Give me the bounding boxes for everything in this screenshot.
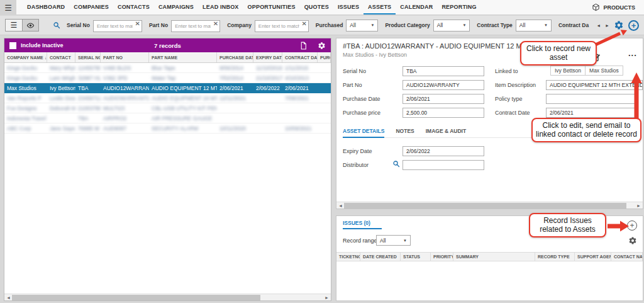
column-header[interactable]: CONTRACT DATE (282, 52, 318, 62)
distributor-field[interactable] (402, 160, 484, 170)
column-header[interactable]: PRIORITY (431, 253, 453, 261)
scroll-left-icon[interactable]: ◄ (596, 23, 601, 28)
column-header[interactable]: DATE CREATED (360, 253, 401, 261)
scroll-right-icon[interactable]: ► (636, 203, 641, 209)
nav-item-reporting[interactable]: REPORTING (437, 0, 480, 14)
column-header[interactable]: TICKETNO (336, 253, 360, 261)
nav-item-lead-inbox[interactable]: LEAD INBOX (198, 0, 243, 14)
row-cell: Van Reports P (4, 93, 47, 103)
tab-image-audit[interactable]: IMAGE & AUDIT (426, 128, 466, 138)
nav-menu: DASHBOARD COMPANIES CONTACTS CAMPAIGNS L… (23, 0, 481, 14)
export-page-icon[interactable] (299, 42, 308, 50)
part-no-field[interactable]: AUDIO12WARRANTY (402, 80, 484, 90)
row-cell: ABC Corp (4, 123, 47, 133)
table-row[interactable]: Indonesia Travel P TBA AIRPRO2 AIR PRESS… (4, 113, 331, 123)
row-cell: AUDIO EQUIPMENT 24 MTH (149, 93, 217, 103)
nav-item-assets[interactable]: ASSETS (364, 0, 396, 14)
column-header[interactable]: PART NAME (149, 52, 217, 62)
purchased-select[interactable]: All ▼ (346, 20, 378, 31)
table-row[interactable]: Kings Gecko Mary Whyte 12455790 V460 BLD… (4, 63, 331, 73)
asset-subtitle: Max Studios - Ivy Bettson (343, 52, 407, 58)
nav-item-contacts[interactable]: CONTACTS (113, 0, 154, 14)
contract-date-field[interactable]: 2/06/2021 (546, 108, 638, 118)
hamburger-menu-icon[interactable]: ☰ (0, 0, 16, 15)
products-button[interactable]: PRODUCTS (592, 0, 644, 14)
row-cell: 23456712 (75, 93, 101, 103)
company-filter: ✕ (255, 19, 309, 32)
part-no-label: Part No (343, 82, 362, 88)
purchase-price-field[interactable]: 2,500.00 (402, 108, 484, 118)
column-header[interactable]: COMPANY NAME ↓ (4, 52, 47, 62)
linked-company-chip[interactable]: Max Studios (585, 66, 623, 76)
row-cell: 7/08/2021 (282, 93, 318, 103)
expiry-date-field[interactable]: 2/06/2022 (402, 146, 484, 156)
clear-icon[interactable]: ✕ (213, 21, 218, 27)
row-cell (318, 103, 331, 113)
clear-icon[interactable]: ✕ (301, 21, 306, 27)
record-range-select[interactable]: All ▼ (376, 235, 411, 246)
row-cell: Indonesia Travel P (4, 113, 47, 123)
column-header[interactable]: PURCHASE DATE (217, 52, 253, 62)
column-header[interactable]: RECORD TYPE (535, 253, 575, 261)
table-row[interactable]: Fox Designs Deborah M 21003788 MULTI23 C… (4, 103, 331, 113)
column-header[interactable]: STATUS (401, 253, 431, 261)
linked-contact-chip[interactable]: Ivy Bettson (550, 66, 586, 76)
table-row[interactable]: Kings Gecko Lars Wright 32987 HL V362 3P… (4, 73, 331, 83)
horizontal-scrollbar[interactable]: ◄ ► (4, 294, 331, 300)
serial-no-filter-label: Serial No (67, 22, 90, 28)
row-cell (253, 103, 282, 113)
table-row[interactable]: ABC Corp Jane Sayers 76885 W AUD9087 SEC… (4, 123, 331, 134)
product-category-select[interactable]: All ▼ (433, 20, 470, 31)
nav-item-companies[interactable]: COMPANIES (69, 0, 113, 14)
column-header[interactable]: SUMMARY (453, 253, 535, 261)
nav-item-opportunities[interactable]: OPPORTUNITIES (243, 0, 300, 14)
purchase-date-field[interactable]: 2/06/2021 (402, 94, 484, 104)
item-description-field[interactable]: AUDIO EQUIPMENT 12 MTH EXTEND (546, 80, 643, 90)
column-header[interactable]: PURC (318, 52, 331, 62)
list-view-button[interactable]: ☰ (6, 20, 22, 31)
row-cell: AUD9087 (101, 123, 149, 133)
preview-view-button[interactable] (22, 20, 38, 31)
search-icon[interactable] (53, 20, 60, 30)
search-icon[interactable] (392, 160, 400, 168)
scroll-left-icon[interactable]: ◄ (6, 295, 11, 300)
row-cell: 11/10/2016 (253, 63, 282, 72)
row-cell (253, 123, 282, 133)
add-asset-button[interactable]: + (628, 20, 639, 31)
nav-item-quotes[interactable]: QUOTES (300, 0, 333, 14)
serial-no-field[interactable]: TBA (402, 66, 484, 76)
column-header[interactable]: SUPPORT AGENT (575, 253, 611, 261)
gear-icon[interactable] (318, 42, 326, 50)
gear-icon[interactable] (628, 236, 637, 245)
clear-icon[interactable]: ✕ (135, 21, 140, 27)
policy-type-field[interactable] (546, 94, 638, 104)
include-inactive-checkbox[interactable] (9, 42, 16, 49)
contract-type-filter-label: Contract Type (477, 22, 513, 28)
nav-item-issues[interactable]: ISSUES (333, 0, 364, 14)
column-header[interactable]: EXPIRY DATE (253, 52, 282, 62)
nav-item-dashboard[interactable]: DASHBOARD (23, 0, 69, 14)
column-header[interactable]: CONTACT (47, 52, 75, 62)
table-row[interactable]: Van Reports P Leslie Dean 23456712 AUDIO… (4, 93, 331, 103)
scrollbar-thumb[interactable] (344, 203, 626, 209)
scroll-right-icon[interactable]: ► (325, 295, 329, 300)
row-cell (282, 113, 318, 123)
issues-tab[interactable]: ISSUES (0) (343, 220, 382, 229)
column-header[interactable]: SERIAL NO (75, 52, 101, 62)
scroll-left-icon[interactable]: ◄ (338, 203, 343, 209)
add-issue-button[interactable]: + (627, 220, 637, 231)
nav-item-campaigns[interactable]: CAMPAIGNS (154, 0, 198, 14)
scroll-right-icon[interactable]: ► (605, 23, 609, 28)
gear-icon[interactable] (614, 20, 624, 30)
tab-notes[interactable]: NOTES (396, 128, 414, 138)
selected-table-row[interactable]: Max Studios Ivy Bettson TBA AUDIO12WARRA… (4, 83, 331, 93)
column-header[interactable]: CONTACT NAM (611, 253, 643, 261)
tab-asset-details[interactable]: ASSET DETAILS (343, 128, 384, 138)
column-header[interactable]: PART NO (101, 52, 149, 62)
scrollbar-thumb[interactable] (12, 295, 260, 300)
nav-item-calendar[interactable]: CALENDAR (396, 0, 437, 14)
more-actions-icon[interactable]: ... (628, 49, 637, 58)
contract-type-select[interactable]: All ▼ (516, 20, 552, 31)
horizontal-scrollbar[interactable]: ◄ ► (336, 202, 643, 209)
company-input[interactable] (255, 20, 309, 32)
